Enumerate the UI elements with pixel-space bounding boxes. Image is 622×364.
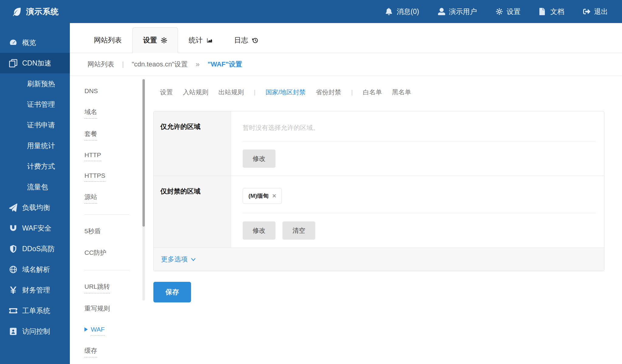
docs-label: 文档: [550, 7, 564, 16]
sidebar-item-ddos[interactable]: DDoS高防: [0, 238, 70, 259]
messages-button[interactable]: 消息(0): [386, 7, 419, 16]
sidebar-item-cert-manage[interactable]: 证书管理: [0, 94, 70, 115]
subnav-item-url-redirect[interactable]: URL跳转: [84, 282, 142, 293]
sidebar-item-access-control[interactable]: 访问控制: [0, 321, 70, 342]
breadcrumb-separator: |: [122, 60, 124, 68]
subnav-item-origin[interactable]: 源站: [84, 193, 142, 204]
save-button[interactable]: 保存: [153, 282, 191, 302]
blocked-regions-label: 仅封禁的区域: [154, 176, 231, 248]
sidebar-label: WAF安全: [22, 224, 51, 233]
breadcrumb-waf-settings: "WAF"设置: [207, 60, 242, 69]
subnav-item-domain[interactable]: 域名: [84, 108, 142, 119]
tab-label: 设置: [143, 35, 157, 45]
breadcrumb: 网站列表 | "cdn.teaos.cn"设置 » "WAF"设置: [70, 53, 622, 76]
tab-logs[interactable]: 日志: [224, 27, 269, 53]
waf-tab-blacklist[interactable]: 黑名单: [392, 88, 411, 96]
breadcrumb-arrow: »: [196, 60, 200, 69]
subnav-item-cc-protect[interactable]: CC防护: [84, 248, 142, 259]
globe-icon: [9, 265, 17, 274]
sidebar-item-traffic-pack[interactable]: 流量包: [0, 177, 70, 197]
clone-icon: [9, 59, 17, 67]
waf-tab-inbound-rules[interactable]: 入站规则: [183, 88, 208, 96]
scrollbar-thumb[interactable]: [142, 79, 145, 227]
tab-label: 日志: [234, 35, 248, 45]
tab-site-list[interactable]: 网站列表: [83, 27, 132, 53]
blocked-clear-button[interactable]: 清空: [282, 221, 315, 240]
settings-label: 设置: [507, 7, 521, 16]
subnav-item-plan[interactable]: 套餐: [84, 130, 142, 140]
sidebar-label: CDN加速: [22, 59, 51, 68]
sidebar-label: 用量统计: [27, 141, 55, 150]
user-menu[interactable]: 演示用户: [438, 7, 477, 16]
blocked-modify-button[interactable]: 修改: [243, 221, 275, 240]
gear-icon: [496, 8, 503, 15]
subnav-item-dns[interactable]: DNS: [84, 87, 142, 97]
allowed-modify-button[interactable]: 修改: [243, 150, 275, 168]
sidebar-label: 访问控制: [22, 327, 50, 336]
user-icon: [438, 8, 445, 15]
breadcrumb-site-list[interactable]: 网站列表: [87, 60, 114, 69]
shield-icon: [9, 245, 17, 253]
sidebar-label: 财务管理: [22, 285, 50, 295]
sidebar-item-cdn[interactable]: CDN加速: [0, 53, 70, 73]
subnav-label: WAF: [91, 326, 105, 335]
subnav-item-https[interactable]: HTTPS: [84, 172, 142, 182]
sidebar-item-finance[interactable]: 财务管理: [0, 280, 70, 300]
user-label: 演示用户: [449, 7, 477, 16]
subnav-label: 缓存: [84, 346, 97, 357]
sidebar-item-refresh-prewarm[interactable]: 刷新预热: [0, 73, 70, 94]
allowed-regions-empty-text: 暂时没有选择允许的区域。: [243, 124, 319, 131]
sidebar-item-cert-apply[interactable]: 证书申请: [0, 115, 70, 135]
sidebar-item-load-balance[interactable]: 负载均衡: [0, 197, 70, 218]
sidebar-label: DDoS高防: [22, 244, 55, 254]
blocked-regions-row: 仅封禁的区域 (M)缅甸 × 修改 清空: [154, 176, 604, 248]
sidebar-label: 刷新预热: [27, 79, 55, 89]
region-tag-label: (M)缅甸: [248, 192, 268, 200]
breadcrumb-domain-settings[interactable]: "cdn.teaos.cn"设置: [132, 60, 188, 69]
sidebar-item-dns-resolve[interactable]: 域名解析: [0, 259, 70, 280]
history-icon: [252, 37, 258, 44]
id-card-icon: [9, 327, 17, 335]
waf-tab-outbound-rules[interactable]: 出站规则: [218, 88, 244, 96]
subnav-divider: [84, 214, 129, 215]
yen-icon: [9, 286, 17, 294]
sidebar-item-billing-mode[interactable]: 计费方式: [0, 156, 70, 177]
sidebar-item-usage-stats[interactable]: 用量统计: [0, 135, 70, 156]
sidebar-item-waf-security[interactable]: WAF安全: [0, 218, 70, 238]
waf-tab-province-block[interactable]: 省份封禁: [316, 88, 341, 96]
subnav-label: DNS: [84, 87, 98, 97]
bell-icon: [386, 8, 393, 15]
sidebar-item-tickets[interactable]: 工单系统: [0, 300, 70, 321]
waf-tab-country-block: 国家/地区封禁: [265, 88, 306, 96]
waf-tab-whitelist[interactable]: 白名单: [363, 88, 382, 96]
subnav-divider: [84, 270, 129, 270]
settings-button[interactable]: 设置: [496, 7, 521, 16]
subnav-label: 重写规则: [84, 304, 110, 315]
allowed-regions-row: 仅允许的区域 暂时没有选择允许的区域。 修改: [154, 111, 604, 176]
sidebar-item-overview[interactable]: 概览: [0, 32, 70, 53]
allowed-regions-field: 暂时没有选择允许的区域。 修改: [231, 111, 604, 176]
topbar: 演示系统 消息(0) 演示用户 设置 文档 退出: [0, 0, 622, 23]
waf-content: 设置 入站规则 出站规则 | 国家/地区封禁 省份封禁 | 白名单 黑名单 仅允…: [145, 76, 622, 364]
subnav-label: CC防护: [84, 248, 106, 259]
more-options-link[interactable]: 更多选项: [161, 255, 196, 264]
scrollbar-track[interactable]: [142, 79, 145, 301]
app-root: 演示系统 消息(0) 演示用户 设置 文档 退出 概览: [0, 0, 622, 364]
tab-settings[interactable]: 设置: [132, 27, 178, 53]
waf-tab-separator: |: [351, 89, 353, 96]
sign-out-icon: [583, 8, 590, 15]
subnav-item-rewrite-rules[interactable]: 重写规则: [84, 304, 142, 315]
tab-statistics[interactable]: 统计: [178, 27, 224, 53]
logout-button[interactable]: 退出: [583, 7, 608, 16]
waf-tab-settings[interactable]: 设置: [160, 88, 173, 96]
main-tabs: 网站列表 设置 统计 日志: [70, 27, 622, 53]
tag-close-icon[interactable]: ×: [272, 193, 276, 199]
subnav-scrollbar[interactable]: [142, 79, 145, 364]
form-footer: 更多选项: [154, 248, 604, 271]
region-tag-myanmar: (M)缅甸 ×: [243, 188, 282, 204]
docs-button[interactable]: 文档: [539, 7, 564, 16]
subnav-item-5s-shield[interactable]: 5秒盾: [84, 227, 142, 238]
subnav-item-waf[interactable]: WAF: [84, 326, 142, 335]
subnav-item-http[interactable]: HTTP: [84, 151, 142, 161]
subnav-item-cache[interactable]: 缓存: [84, 346, 142, 357]
